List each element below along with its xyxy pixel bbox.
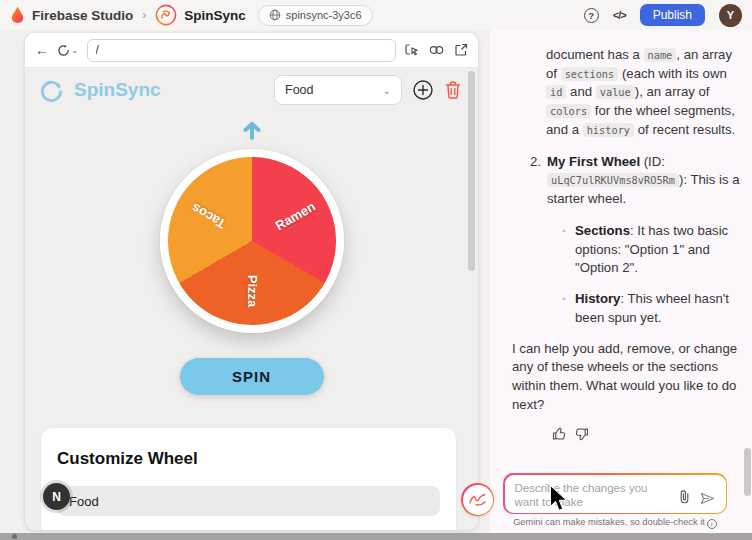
mouse-cursor [549, 485, 569, 512]
delete-wheel-button[interactable] [444, 80, 462, 100]
wheel-section: RamenPizzaTacos SPIN [25, 112, 478, 395]
app-header: SpinSync Food ⌄ [25, 68, 478, 112]
attach-icon[interactable] [679, 490, 690, 504]
chat-list-item: ◦History: This wheel hasn't been spun ye… [562, 290, 744, 327]
window-bottom-edge [0, 533, 752, 540]
wheel-segment-label: Pizza [244, 275, 259, 308]
spin-button[interactable]: SPIN [180, 358, 324, 395]
app-logo-text: SpinSync [74, 79, 161, 101]
firebase-logo-icon [10, 6, 25, 24]
chevron-down-icon: ⌄ [383, 85, 391, 96]
top-bar: Firebase Studio › SpinSync spinsync-3y3c… [0, 0, 752, 30]
preview-browser-bar: ← ⌄ [25, 33, 478, 68]
chat-input[interactable]: Describe the changes you want to make [503, 473, 727, 514]
text: I can help you add, remove, or change an… [512, 341, 737, 412]
chat-input-inner: Describe the changes you want to make [505, 475, 726, 513]
refresh-button[interactable]: ⌄ [57, 44, 79, 57]
breadcrumb-separator: › [142, 8, 146, 22]
inline-code: id [546, 85, 566, 99]
user-avatar[interactable]: Y [719, 4, 742, 27]
text: ), an array of [635, 84, 710, 99]
wheel-select[interactable]: Food ⌄ [274, 75, 402, 105]
list-marker: 2. [530, 153, 547, 209]
chat-scrollbar[interactable] [744, 448, 751, 496]
inline-code: value [596, 85, 635, 99]
select-element-icon[interactable] [404, 43, 419, 57]
gemini-disclaimer-text: Gemini can make mistakes, so double-chec… [513, 517, 705, 527]
chat-message: document has a name, an array of section… [512, 46, 744, 414]
inline-code: history [583, 123, 634, 137]
refresh-icon [57, 44, 70, 57]
spinsync-logo-icon [39, 78, 64, 103]
breadcrumb-firebase-studio[interactable]: Firebase Studio [10, 6, 133, 24]
annotate-button-inner [463, 485, 493, 515]
customize-wheel-heading: Customize Wheel [57, 449, 440, 469]
inline-code: colors [546, 104, 591, 118]
bold-text: Sections [575, 223, 630, 238]
collaborator-cursor-badge: N [43, 483, 70, 510]
workspace-badge[interactable]: spinsync-3y3c6 [258, 5, 373, 26]
text: (ID: [640, 154, 665, 169]
wheel-name-value: Food [69, 494, 99, 509]
chat-paragraph: I can help you add, remove, or change an… [512, 340, 744, 415]
bold-text: My First Wheel [547, 154, 640, 169]
open-in-new-icon[interactable] [454, 43, 468, 57]
wheel-pointer-arrow-icon [239, 118, 265, 143]
inline-code: sections [561, 67, 619, 81]
thumbs-down-icon[interactable] [575, 427, 589, 441]
globe-icon [269, 9, 281, 21]
thumbs-up-icon[interactable] [552, 427, 566, 441]
publish-button[interactable]: Publish [640, 4, 705, 26]
app-viewport: SpinSync Food ⌄ RamenPizzaTacos [25, 68, 478, 530]
open-code-icon[interactable]: </> [613, 9, 626, 21]
spinsync-app-icon [155, 4, 177, 26]
app-name-label: SpinSync [184, 8, 246, 23]
help-glyph: ? [588, 10, 594, 21]
window-bottom-dot [12, 534, 17, 539]
list-marker: ◦ [562, 290, 575, 327]
feedback-row [552, 427, 744, 441]
chat-input-placeholder: Describe the changes you want to make [515, 481, 675, 510]
gemini-chat-panel: document has a name, an array of section… [490, 30, 752, 533]
chat-list-item: ◦Sections: It has two basic options: "Op… [562, 222, 744, 278]
preview-scrollbar[interactable] [468, 71, 475, 271]
inline-code: uLqC7ulRKUVms8vRO5Rm [547, 173, 679, 187]
text: and [566, 84, 595, 99]
inline-code: name [644, 48, 677, 62]
app-preview-panel: ← ⌄ [25, 33, 478, 530]
scribble-icon [468, 492, 487, 507]
text: of recent results. [634, 122, 735, 137]
help-icon[interactable]: ? [584, 8, 599, 23]
add-wheel-button[interactable] [412, 79, 434, 101]
link-icon[interactable] [429, 44, 444, 56]
list-marker: ◦ [562, 222, 575, 278]
info-icon: i [707, 519, 717, 529]
bold-text: History [575, 291, 620, 306]
brand-label: Firebase Studio [32, 8, 133, 23]
customize-wheel-card: Customize Wheel Food [41, 428, 456, 530]
chat-list-item: document has a name, an array of section… [546, 46, 744, 140]
chat-list-item: 2.My First Wheel (ID: uLqC7ulRKUVms8vRO5… [530, 153, 744, 209]
wheel-container: RamenPizzaTacos [160, 149, 344, 333]
back-button[interactable]: ← [35, 43, 49, 57]
text: (each with its own [618, 66, 726, 81]
wheel-select-value: Food [285, 83, 314, 97]
text: document has a [546, 47, 644, 62]
url-input[interactable] [87, 39, 396, 62]
refresh-dropdown-chevron[interactable]: ⌄ [71, 45, 79, 55]
workspace-badge-label: spinsync-3y3c6 [286, 9, 362, 21]
send-icon[interactable] [700, 492, 715, 505]
breadcrumb-spinsync[interactable]: SpinSync [155, 4, 246, 26]
annotate-button[interactable] [461, 483, 494, 516]
gemini-disclaimer: Gemini can make mistakes, so double-chec… [496, 517, 734, 529]
wheel-name-input[interactable]: Food [57, 486, 440, 516]
